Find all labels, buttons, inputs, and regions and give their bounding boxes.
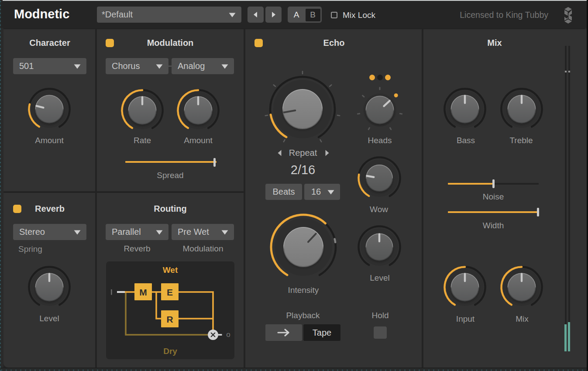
svg-text:E: E (167, 287, 173, 297)
svg-text:M: M (139, 287, 147, 297)
svg-text:R: R (166, 314, 173, 324)
svg-text:o: o (226, 330, 230, 339)
